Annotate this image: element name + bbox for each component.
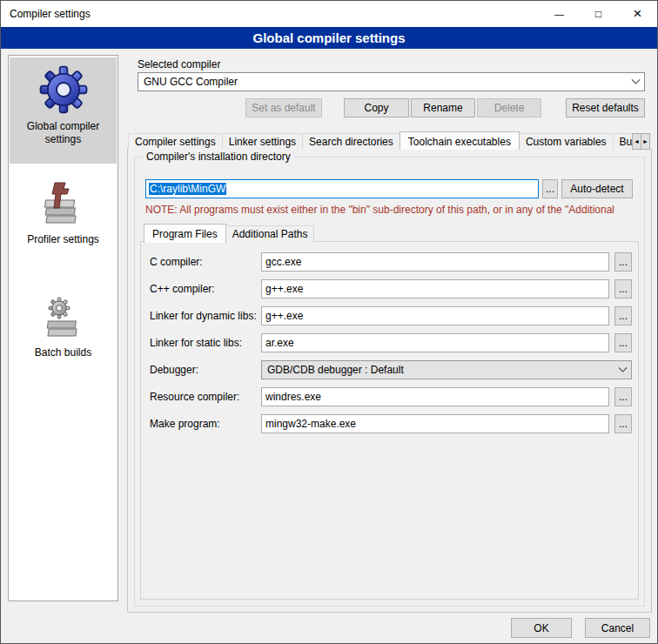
- ok-button[interactable]: OK: [511, 618, 572, 638]
- set-as-default-button: Set as default: [245, 98, 322, 117]
- resource-compiler-label: Resource compiler:: [150, 387, 239, 406]
- rename-button[interactable]: Rename: [411, 98, 475, 117]
- c-compiler-label: C compiler:: [150, 252, 203, 272]
- tab-compiler-settings[interactable]: Compiler settings: [128, 133, 223, 150]
- dynamic-linker-label: Linker for dynamic libs:: [150, 306, 257, 325]
- field-row: Linker for static libs: ...: [141, 333, 638, 352]
- dynamic-linker-browse-button[interactable]: ...: [614, 306, 632, 325]
- static-linker-input[interactable]: [261, 333, 609, 352]
- minimize-button[interactable]: —: [540, 1, 579, 27]
- debugger-select-value: GDB/CDB debugger : Default: [267, 364, 404, 376]
- auto-detect-button[interactable]: Auto-detect: [561, 179, 633, 198]
- settings-tab-bar: Compiler settings Linker settings Search…: [128, 131, 633, 150]
- arrow-right-icon: ►: [642, 138, 648, 144]
- resource-compiler-input[interactable]: [261, 387, 609, 406]
- profiler-icon: [38, 179, 89, 228]
- cancel-button[interactable]: Cancel: [585, 618, 650, 638]
- chevron-down-icon: [619, 363, 628, 372]
- tab-search-directories[interactable]: Search directories: [302, 133, 400, 150]
- field-row: C compiler: ...: [141, 252, 638, 272]
- field-row: C++ compiler: ...: [141, 279, 638, 299]
- selected-compiler-label: Selected compiler: [138, 58, 220, 70]
- field-row: Resource compiler: ...: [141, 387, 638, 406]
- window-title: Compiler settings: [10, 8, 91, 20]
- tab-scroll-controls: ◄ ►: [633, 133, 650, 150]
- debugger-label: Debugger:: [150, 360, 198, 379]
- field-row: Debugger: GDB/CDB debugger : Default: [141, 360, 638, 379]
- dynamic-linker-input[interactable]: [261, 306, 609, 325]
- installation-directory-input[interactable]: C:\raylib\MinGW: [145, 179, 539, 198]
- banner: Global compiler settings: [1, 27, 657, 49]
- reset-defaults-button[interactable]: Reset defaults: [566, 98, 645, 117]
- maximize-icon: □: [595, 8, 601, 20]
- window-controls: — □ ×: [540, 1, 657, 27]
- maximize-button[interactable]: □: [579, 1, 618, 27]
- note-text: NOTE: All programs must exist either in …: [145, 204, 638, 216]
- cpp-compiler-input[interactable]: [261, 279, 609, 299]
- title-bar: Compiler settings — □ ×: [1, 1, 657, 27]
- make-program-browse-button[interactable]: ...: [614, 414, 632, 433]
- delete-button: Delete: [477, 98, 541, 117]
- field-row: Make program: ...: [141, 414, 638, 433]
- blue-gear-icon: [37, 64, 91, 115]
- installation-directory-group-title: Compiler's installation directory: [143, 151, 294, 163]
- tab-custom-variables[interactable]: Custom variables: [519, 133, 614, 150]
- tab-toolchain-executables[interactable]: Toolchain executables: [400, 131, 520, 150]
- sidebar-item-label: Batch builds: [31, 346, 95, 359]
- compiler-select[interactable]: GNU GCC Compiler: [138, 72, 645, 91]
- close-icon: ×: [634, 5, 642, 23]
- tab-scroll-right-button[interactable]: ►: [641, 133, 650, 150]
- make-program-input[interactable]: [261, 414, 609, 433]
- sidebar-item-batch-builds[interactable]: Batch builds: [10, 285, 117, 369]
- cpp-compiler-label: C++ compiler:: [150, 279, 215, 299]
- sidebar: Global compiler settings Profiler settin…: [8, 55, 118, 601]
- c-compiler-input[interactable]: [261, 252, 609, 272]
- tab-linker-settings[interactable]: Linker settings: [222, 133, 303, 150]
- make-program-label: Make program:: [150, 414, 220, 433]
- tab-additional-paths[interactable]: Additional Paths: [225, 225, 315, 242]
- cpp-compiler-browse-button[interactable]: ...: [614, 279, 632, 299]
- arrow-left-icon: ◄: [634, 138, 640, 144]
- debugger-select[interactable]: GDB/CDB debugger : Default: [261, 360, 632, 379]
- sidebar-item-label: Profiler settings: [24, 233, 103, 246]
- tab-build-options[interactable]: Buil: [613, 133, 633, 150]
- static-linker-label: Linker for static libs:: [150, 333, 242, 352]
- program-files-panel: C compiler: ... C++ compiler: ... Linker…: [140, 241, 639, 600]
- compiler-settings-dialog: Compiler settings — □ × Global compiler …: [0, 0, 658, 644]
- compiler-select-value: GNU GCC Compiler: [144, 76, 238, 88]
- program-files-tab-bar: Program Files Additional Paths: [144, 224, 313, 242]
- installation-directory-browse-button[interactable]: ...: [542, 179, 558, 198]
- sidebar-item-profiler-settings[interactable]: Profiler settings: [10, 172, 117, 261]
- sidebar-item-label: Global compiler settings: [10, 120, 117, 146]
- c-compiler-browse-button[interactable]: ...: [614, 252, 632, 272]
- batch-builds-icon: [38, 292, 89, 341]
- installation-directory-selected-text: C:\raylib\MinGW: [149, 183, 226, 195]
- chevron-down-icon: [632, 75, 641, 84]
- copy-button[interactable]: Copy: [344, 98, 409, 117]
- resource-compiler-browse-button[interactable]: ...: [614, 387, 632, 406]
- field-row: Linker for dynamic libs: ...: [141, 306, 638, 325]
- sidebar-item-global-compiler-settings[interactable]: Global compiler settings: [10, 57, 117, 164]
- static-linker-browse-button[interactable]: ...: [614, 333, 632, 352]
- close-button[interactable]: ×: [618, 1, 657, 27]
- installation-directory-group: Compiler's installation directory C:\ray…: [134, 157, 645, 607]
- tab-program-files[interactable]: Program Files: [144, 224, 226, 243]
- minimize-icon: —: [554, 9, 564, 19]
